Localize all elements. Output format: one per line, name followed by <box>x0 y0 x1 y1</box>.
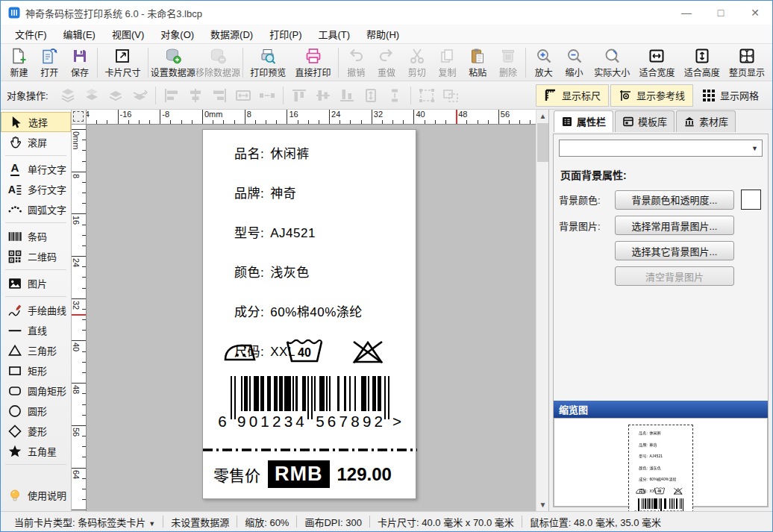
card-size-icon <box>113 47 131 65</box>
panel-tabs: 属性栏 模板库 素材库 <box>549 110 772 132</box>
fit-width-button[interactable]: 适合宽度 <box>634 46 679 80</box>
save-button[interactable]: 保存 <box>65 46 96 80</box>
scroll-down-arrow[interactable]: ▼ <box>536 498 548 511</box>
scrollbar-thumb[interactable] <box>537 123 548 162</box>
ruler-corner <box>72 110 87 125</box>
trash-icon <box>499 47 517 65</box>
menu-datasource[interactable]: 数据源(D) <box>202 25 261 43</box>
ean13-barcode[interactable]: 6901234567892> <box>216 376 404 431</box>
label-text-fields: 品名:休闲裤 品牌:神奇 型号:AJ4521 颜色:浅灰色 成分:60%棉40%… <box>639 430 676 493</box>
show-grid-toggle[interactable]: 显示网格 <box>695 84 766 107</box>
align-top-icon <box>290 87 309 104</box>
clear-bg-button: 清空背景图片 <box>615 266 734 286</box>
wash-40-icon: 40 <box>654 486 665 495</box>
zoom-out-button[interactable]: 缩小 <box>559 46 589 80</box>
tool-multi-line-text[interactable]: A 多行文字 <box>1 179 71 199</box>
object-selector-combobox[interactable]: ▼ <box>559 140 763 157</box>
tab-template-library[interactable]: 模板库 <box>615 110 675 132</box>
new-document-icon <box>10 47 28 65</box>
thumbnail-section: 缩览图 品名:休闲裤 品牌:神奇 型号:AJ4521 颜色:浅灰色 成分:60%… <box>554 401 768 507</box>
vertical-scrollbar[interactable]: ▲ ▼ <box>536 110 548 511</box>
tool-diamond[interactable]: 菱形 <box>1 421 71 441</box>
choose-other-bg-button[interactable]: 选择其它背景图片... <box>615 241 734 260</box>
label-field[interactable]: 成分:60%棉40%涤纶 <box>234 301 363 320</box>
menu-object[interactable]: 对象(O) <box>152 25 202 43</box>
database-remove-icon <box>209 47 227 65</box>
label-field[interactable]: 颜色:浅灰色 <box>234 262 363 281</box>
tool-freehand-curve[interactable]: 手绘曲线 <box>1 300 71 320</box>
open-button[interactable]: 打开 <box>34 46 65 80</box>
tool-line[interactable]: 直线 <box>1 320 71 340</box>
tab-properties[interactable]: 属性栏 <box>554 110 613 132</box>
scroll-up-arrow[interactable]: ▲ <box>536 110 548 122</box>
help-button[interactable]: 使用说明 <box>1 485 71 505</box>
ungroup-icon <box>441 87 460 104</box>
group-icon <box>417 87 436 104</box>
tool-qrcode[interactable]: 二维码 <box>1 246 71 266</box>
bring-to-front-icon <box>58 87 78 104</box>
price-object[interactable]: 零售价 RMB 129.00 <box>213 460 392 488</box>
close-button[interactable]: ✕ <box>738 1 772 25</box>
zoom-in-icon <box>535 47 553 65</box>
paste-button[interactable]: 粘贴 <box>463 46 493 80</box>
label-field[interactable]: 品名:休闲裤 <box>234 143 363 162</box>
label-field[interactable]: 型号:AJ4521 <box>234 222 363 241</box>
tool-image[interactable]: 图片 <box>1 273 71 293</box>
zoom-in-button[interactable]: 放大 <box>528 46 559 80</box>
print-preview-button[interactable]: 打印预览 <box>245 46 290 80</box>
card-size-button[interactable]: 卡片尺寸 <box>100 46 145 80</box>
menu-print[interactable]: 打印(P) <box>261 25 310 43</box>
choose-common-bg-button[interactable]: 选择常用背景图片... <box>615 216 734 235</box>
minimize-button[interactable]: — <box>669 1 704 25</box>
menu-help[interactable]: 帮助(H) <box>358 25 407 43</box>
chevron-down-icon: ▼ <box>751 145 758 152</box>
tool-triangle[interactable]: 三角形 <box>1 340 71 360</box>
cursor-icon <box>8 115 23 130</box>
tool-rounded-rectangle[interactable]: 圆角矩形 <box>1 381 71 401</box>
ruler-icon <box>544 89 557 102</box>
show-guides-toggle[interactable]: 显示参考线 <box>610 84 693 107</box>
guide-line-icon <box>619 89 632 102</box>
window-title: 神奇条码标签打印系统 6.0 - 未命名3.lbcp <box>25 6 202 20</box>
whole-page-button[interactable]: 整页显示 <box>725 46 769 80</box>
menu-edit[interactable]: 编辑(E) <box>55 25 104 43</box>
new-button[interactable]: 新建 <box>4 46 34 80</box>
datasource-status: 未设置数据源 <box>163 515 237 529</box>
label-text-fields: 品名:休闲裤 品牌:神奇 型号:AJ4521 颜色:浅灰色 成分:60%棉40%… <box>234 143 363 360</box>
set-datasource-button[interactable]: 设置数据源 <box>151 46 195 80</box>
card-size-status: 卡片尺寸: 40.0 毫米 x 70.0 毫米 <box>370 515 522 529</box>
canvas-viewport: 品名:休闲裤 品牌:神奇 型号:AJ4521 颜色:浅灰色 成分:60%棉40%… <box>87 125 536 511</box>
undo-icon <box>347 47 365 65</box>
show-ruler-toggle[interactable]: 显示标尺 <box>536 84 609 107</box>
svg-text:0: 0 <box>249 413 257 428</box>
price-currency-badge: RMB <box>268 460 330 488</box>
tool-pan[interactable]: 滚屏 <box>1 132 71 152</box>
bg-color-button[interactable]: 背景颜色和透明度... <box>615 190 734 210</box>
label-field: 品牌:神奇 <box>639 442 676 447</box>
actual-size-button[interactable]: 实际大小 <box>589 46 634 80</box>
price-label: 零售价 <box>213 463 260 486</box>
maximize-button[interactable]: □ <box>704 1 738 25</box>
canvas-area: -24-16-80mm8162432404856 0mm816243240485… <box>72 110 548 511</box>
tool-barcode[interactable]: 条码 <box>1 226 71 246</box>
label-field[interactable]: 品牌:神奇 <box>234 183 363 201</box>
tool-circle[interactable]: 圆形 <box>1 401 71 421</box>
tab-material-library[interactable]: 素材库 <box>676 110 736 132</box>
menu-view[interactable]: 视图(V) <box>104 25 152 43</box>
remove-datasource-button: 移除数据源 <box>195 46 240 80</box>
card-type-selector[interactable]: 当前卡片类型: 条码标签类卡片▼ <box>7 515 163 529</box>
tool-rectangle[interactable]: 矩形 <box>1 360 71 381</box>
move-up-layer-icon <box>106 87 125 104</box>
tool-arc-text[interactable]: 圆弧文字 <box>1 199 71 219</box>
diamond-icon <box>7 424 22 439</box>
tool-select[interactable]: 选择 <box>1 112 71 132</box>
fit-height-button[interactable]: 适合高度 <box>680 46 725 80</box>
tool-star[interactable]: 五角星 <box>1 441 71 461</box>
menu-tools[interactable]: 工具(T) <box>310 25 358 43</box>
vspace-equal-icon <box>385 87 404 104</box>
rounded-rectangle-icon <box>7 384 22 398</box>
tool-single-line-text[interactable]: A 单行文字 <box>1 159 71 179</box>
menu-file[interactable]: 文件(F) <box>7 25 55 43</box>
direct-print-button[interactable]: 直接打印 <box>290 46 335 80</box>
care-symbols[interactable]: 40 <box>222 337 386 366</box>
